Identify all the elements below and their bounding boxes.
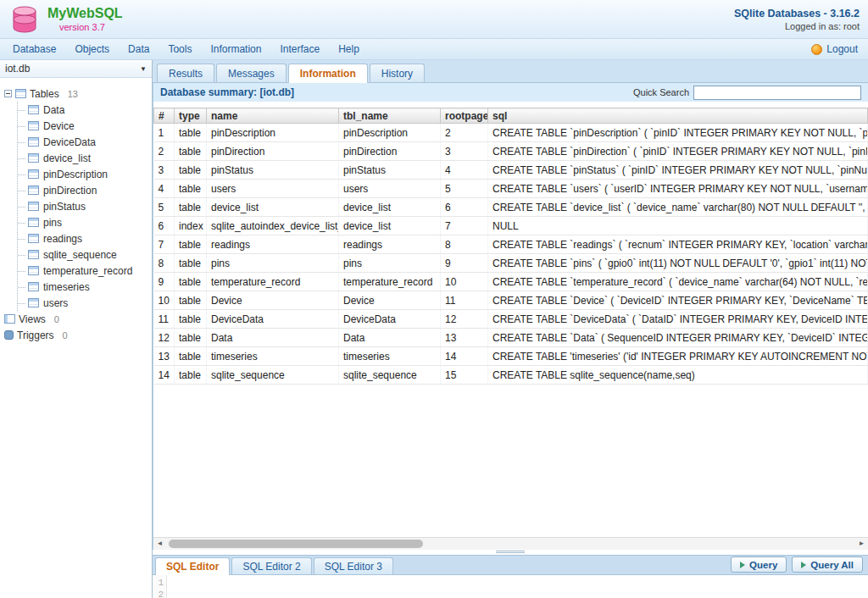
table-row[interactable]: 10tableDeviceDevice11CREATE TABLE `Devic… xyxy=(154,291,868,310)
cell: pinStatus xyxy=(339,161,441,180)
tab-information[interactable]: Information xyxy=(288,64,368,83)
menu-item-tools[interactable]: Tools xyxy=(159,43,201,55)
cell: CREATE TABLE `Device` ( `DeviceID` INTEG… xyxy=(488,291,868,310)
database-selector[interactable]: iot.db ▼ xyxy=(0,60,152,78)
horizontal-scrollbar[interactable]: ◄ ► xyxy=(153,537,868,550)
cell: 10 xyxy=(441,273,488,291)
table-row[interactable]: 3tablepinStatuspinStatus4CREATE TABLE `p… xyxy=(154,161,868,180)
sidebar-table-pinDescription[interactable]: pinDescription xyxy=(18,166,150,182)
editor-tab-sql-editor[interactable]: SQL Editor xyxy=(155,557,230,575)
sidebar-table-Data[interactable]: Data xyxy=(18,102,150,118)
table-row[interactable]: 9tabletemperature_recordtemperature_reco… xyxy=(154,273,868,291)
table-name: temperature_record xyxy=(43,265,132,277)
menu-bar: DatabaseObjectsDataToolsInformationInter… xyxy=(0,39,868,60)
sidebar-table-sqlite_sequence[interactable]: sqlite_sequence xyxy=(18,246,150,263)
table-row[interactable]: 7tablereadingsreadings8CREATE TABLE `rea… xyxy=(154,235,868,254)
views-label: Views xyxy=(19,313,46,325)
server-version: - 3.16.2 xyxy=(824,8,860,19)
table-row[interactable]: 6indexsqlite_autoindex_device_list_1devi… xyxy=(154,217,868,235)
table-name: Device xyxy=(43,120,75,132)
cell: 9 xyxy=(441,254,488,273)
main-content: ResultsMessagesInformationHistory Databa… xyxy=(153,60,868,598)
splitter-grip-icon[interactable] xyxy=(496,551,525,554)
query-all-button-label: Query All xyxy=(810,560,854,570)
column-header-type[interactable]: type xyxy=(175,108,207,124)
tab-results[interactable]: Results xyxy=(157,64,214,82)
sidebar-table-DeviceData[interactable]: DeviceData xyxy=(18,134,150,150)
cell: CREATE TABLE `device_list` ( `device_nam… xyxy=(488,198,868,217)
panel-splitter[interactable] xyxy=(153,550,868,555)
sidebar-table-users[interactable]: users xyxy=(18,295,150,311)
cell: CREATE TABLE `temperature_record` ( `dev… xyxy=(488,273,868,291)
column-header-sql[interactable]: sql xyxy=(488,108,868,124)
cell: CREATE TABLE `readings` ( `recnum` INTEG… xyxy=(488,235,868,254)
table-name: pinDirection xyxy=(43,185,97,197)
sidebar-table-pinStatus[interactable]: pinStatus xyxy=(18,198,150,214)
menu-item-objects[interactable]: Objects xyxy=(65,43,119,55)
line-number: 1 xyxy=(153,577,164,589)
table-icon xyxy=(28,137,39,147)
column-header-num[interactable]: # xyxy=(154,108,175,124)
sidebar-table-pinDirection[interactable]: pinDirection xyxy=(18,182,150,198)
table-row[interactable]: 11tableDeviceDataDeviceData12CREATE TABL… xyxy=(154,310,868,329)
table-name: pinDescription xyxy=(43,169,108,180)
app-version: version 3.7 xyxy=(47,22,123,32)
cell: table xyxy=(175,180,207,198)
sidebar-table-readings[interactable]: readings xyxy=(18,230,150,246)
cell: DeviceData xyxy=(339,310,441,329)
editor-tab-sql-editor-2[interactable]: SQL Editor 2 xyxy=(231,557,311,574)
sidebar-item-triggers[interactable]: Triggers 0 xyxy=(2,327,150,343)
column-header-name[interactable]: name xyxy=(207,108,339,124)
cell: CREATE TABLE `users` ( `userID` INTEGER … xyxy=(488,180,868,198)
table-row[interactable]: 12tableDataData13CREATE TABLE `Data` ( S… xyxy=(154,329,868,347)
tab-messages[interactable]: Messages xyxy=(216,64,287,82)
cell: 6 xyxy=(154,217,175,235)
tab-history[interactable]: History xyxy=(370,64,425,82)
sidebar-item-views[interactable]: Views 0 xyxy=(2,311,150,327)
sidebar-table-device_list[interactable]: device_list xyxy=(18,150,150,166)
collapse-icon[interactable] xyxy=(4,90,12,97)
sidebar-item-tables[interactable]: Tables 13 xyxy=(2,86,150,102)
quick-search-input[interactable] xyxy=(693,86,861,100)
scrollbar-thumb[interactable] xyxy=(169,540,423,548)
cell: 5 xyxy=(154,198,175,217)
menu-item-help[interactable]: Help xyxy=(329,43,369,55)
column-header-tbl_name[interactable]: tbl_name xyxy=(339,108,441,124)
column-header-rootpage[interactable]: rootpage xyxy=(441,108,488,124)
table-row[interactable]: 14tablesqlite_sequencesqlite_sequence15C… xyxy=(154,366,868,385)
sidebar-table-pins[interactable]: pins xyxy=(18,214,150,230)
scroll-left-icon[interactable]: ◄ xyxy=(153,538,166,550)
menu-item-database[interactable]: Database xyxy=(3,43,65,55)
cell: 6 xyxy=(441,198,488,217)
cell: table xyxy=(175,124,207,142)
chevron-down-icon: ▼ xyxy=(140,65,147,73)
table-row[interactable]: 2tablepinDirectionpinDirection3CREATE TA… xyxy=(154,142,868,161)
table-name: sqlite_sequence xyxy=(43,249,117,261)
views-count: 0 xyxy=(54,314,59,324)
table-row[interactable]: 4tableusersusers5CREATE TABLE `users` ( … xyxy=(154,180,868,198)
app-header: MyWebSQL version 3.7 SQlite Databases - … xyxy=(0,0,868,39)
table-row[interactable]: 5tabledevice_listdevice_list6CREATE TABL… xyxy=(154,198,868,217)
table-row[interactable]: 13tabletimeseriestimeseries14CREATE TABL… xyxy=(154,347,868,366)
sql-editor-textarea[interactable] xyxy=(167,575,868,598)
table-row[interactable]: 8tablepinspins9CREATE TABLE `pins` ( `gp… xyxy=(154,254,868,273)
editor-tab-sql-editor-3[interactable]: SQL Editor 3 xyxy=(314,557,393,574)
logout-button[interactable]: Logout xyxy=(811,43,865,55)
table-row[interactable]: 1tablepinDescriptionpinDescription2CREAT… xyxy=(154,124,868,142)
table-name: Data xyxy=(43,104,64,116)
sidebar-table-timeseries[interactable]: timeseries xyxy=(18,279,150,295)
menu-item-information[interactable]: Information xyxy=(201,43,270,55)
cell: 4 xyxy=(154,180,175,198)
scroll-right-icon[interactable]: ► xyxy=(855,538,868,550)
table-icon xyxy=(28,234,39,243)
sidebar-table-Device[interactable]: Device xyxy=(18,118,150,134)
cell: 12 xyxy=(154,329,175,347)
query-all-button[interactable]: Query All xyxy=(792,556,863,573)
table-icon xyxy=(28,218,39,227)
menu-item-interface[interactable]: Interface xyxy=(270,43,329,55)
sidebar-table-temperature_record[interactable]: temperature_record xyxy=(18,263,150,279)
cell: sqlite_sequence xyxy=(207,366,339,385)
menu-item-data[interactable]: Data xyxy=(119,43,159,55)
cell: 1 xyxy=(154,124,175,142)
query-button[interactable]: Query xyxy=(731,556,787,573)
